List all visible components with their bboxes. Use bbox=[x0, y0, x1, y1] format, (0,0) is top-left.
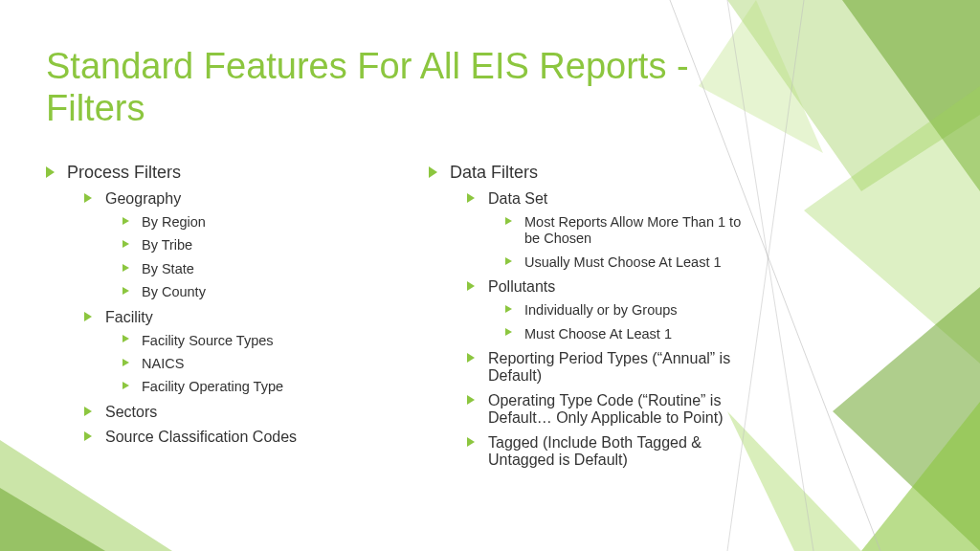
list-label: Usually Must Choose At Least 1 bbox=[524, 254, 722, 270]
list-label: Geography bbox=[105, 190, 181, 207]
list-item: NAICS bbox=[122, 356, 371, 372]
content-area: Process Filters Geography By Region By T… bbox=[46, 163, 754, 478]
triangle-bullet-icon bbox=[467, 437, 475, 447]
triangle-bullet-icon bbox=[505, 305, 512, 313]
triangle-bullet-icon bbox=[467, 281, 475, 291]
list-item: Process Filters Geography By Region By T… bbox=[46, 163, 371, 446]
list-item: Pollutants Individually or by Groups Mus… bbox=[467, 278, 754, 342]
triangle-bullet-icon bbox=[122, 382, 129, 389]
triangle-bullet-icon bbox=[505, 257, 512, 265]
list-label: NAICS bbox=[142, 356, 184, 371]
list-item: By County bbox=[122, 284, 371, 300]
list-label: Data Filters bbox=[450, 163, 538, 182]
svg-marker-5 bbox=[833, 287, 980, 551]
svg-marker-4 bbox=[804, 86, 980, 364]
triangle-bullet-icon bbox=[429, 166, 437, 178]
list-label: By Tribe bbox=[142, 237, 192, 253]
triangle-bullet-icon bbox=[122, 335, 129, 342]
list-item: Facility Source Types bbox=[122, 333, 371, 349]
list-item: Source Classification Codes bbox=[84, 429, 371, 446]
triangle-bullet-icon bbox=[84, 407, 92, 416]
list-item: Facility Operating Type bbox=[122, 379, 371, 395]
list-label: By Region bbox=[142, 214, 206, 230]
list-item: Reporting Period Types (“Annual” is Defa… bbox=[467, 350, 754, 385]
triangle-bullet-icon bbox=[46, 166, 55, 178]
triangle-bullet-icon bbox=[467, 395, 475, 405]
list-label: Facility Operating Type bbox=[142, 379, 283, 394]
triangle-bullet-icon bbox=[84, 312, 92, 321]
list-item: Facility Facility Source Types NAICS Fac… bbox=[84, 309, 371, 396]
svg-marker-1 bbox=[0, 488, 105, 551]
list-label: Must Choose At Least 1 bbox=[524, 326, 672, 342]
triangle-bullet-icon bbox=[122, 264, 129, 272]
triangle-bullet-icon bbox=[84, 431, 92, 441]
list-label: Source Classification Codes bbox=[105, 429, 297, 445]
right-column: Data Filters Data Set Most Reports Allow… bbox=[429, 163, 754, 478]
list-label: By County bbox=[142, 284, 206, 299]
list-item: By Region bbox=[122, 214, 371, 231]
svg-marker-3 bbox=[842, 0, 980, 191]
list-label: Reporting Period Types (“Annual” is Defa… bbox=[488, 350, 730, 384]
triangle-bullet-icon bbox=[84, 193, 92, 203]
triangle-bullet-icon bbox=[467, 193, 475, 203]
list-label: Process Filters bbox=[67, 163, 181, 182]
triangle-bullet-icon bbox=[122, 240, 129, 248]
list-item: Must Choose At Least 1 bbox=[505, 326, 754, 342]
list-label: Most Reports Allow More Than 1 to be Cho… bbox=[524, 214, 741, 246]
list-label: Individually or by Groups bbox=[524, 302, 678, 318]
list-item: Geography By Region By Tribe By State By… bbox=[84, 190, 371, 301]
slide-title: Standard Features For All EIS Reports - … bbox=[46, 46, 773, 129]
list-label: Sectors bbox=[105, 404, 157, 420]
list-item: Data Filters Data Set Most Reports Allow… bbox=[429, 163, 754, 469]
left-column: Process Filters Geography By Region By T… bbox=[46, 163, 371, 478]
list-item: Individually or by Groups bbox=[505, 302, 754, 319]
triangle-bullet-icon bbox=[505, 328, 512, 336]
list-item: Tagged (Include Both Tagged & Untagged i… bbox=[467, 434, 754, 469]
list-item: Most Reports Allow More Than 1 to be Cho… bbox=[505, 214, 754, 248]
triangle-bullet-icon bbox=[467, 353, 475, 363]
list-item: Sectors bbox=[84, 404, 371, 421]
list-label: Pollutants bbox=[488, 278, 555, 295]
list-item: Data Set Most Reports Allow More Than 1 … bbox=[467, 190, 754, 271]
list-item: By Tribe bbox=[122, 237, 371, 253]
list-label: Data Set bbox=[488, 190, 547, 207]
triangle-bullet-icon bbox=[122, 359, 129, 366]
slide: Standard Features For All EIS Reports - … bbox=[0, 0, 980, 551]
triangle-bullet-icon bbox=[122, 287, 129, 295]
list-label: By State bbox=[142, 261, 194, 276]
list-item: By State bbox=[122, 261, 371, 277]
triangle-bullet-icon bbox=[505, 217, 512, 225]
list-label: Tagged (Include Both Tagged & Untagged i… bbox=[488, 434, 702, 468]
list-item: Usually Must Choose At Least 1 bbox=[505, 254, 754, 271]
triangle-bullet-icon bbox=[122, 217, 129, 225]
list-label: Facility Source Types bbox=[142, 333, 274, 348]
list-label: Facility bbox=[105, 309, 153, 325]
list-label: Operating Type Code (“Routine” is Defaul… bbox=[488, 392, 723, 426]
svg-marker-6 bbox=[861, 402, 980, 551]
list-item: Operating Type Code (“Routine” is Defaul… bbox=[467, 392, 754, 427]
